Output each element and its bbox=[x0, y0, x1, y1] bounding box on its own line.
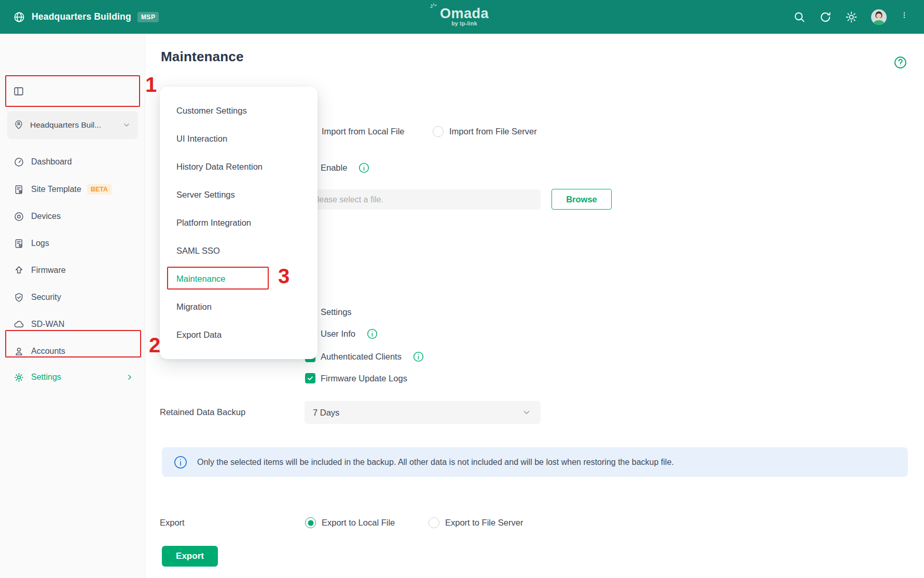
app-window: Headquarters Building MSP Omada by tp-li… bbox=[0, 0, 924, 578]
sidebar-item-settings[interactable]: Settings bbox=[0, 364, 145, 391]
search-icon[interactable] bbox=[793, 11, 806, 23]
annotation-digit-2: 2 bbox=[149, 335, 160, 355]
shield-check-icon bbox=[13, 292, 24, 303]
omada-logo: Omada by tp-link bbox=[436, 6, 493, 26]
sidebar-item-sdwan[interactable]: SD-WAN bbox=[0, 311, 145, 338]
msp-badge: MSP bbox=[137, 12, 159, 22]
annotation-digit-3: 3 bbox=[278, 266, 289, 286]
menu-item-customer-settings[interactable]: Customer Settings bbox=[160, 97, 318, 125]
export-label: Export bbox=[160, 518, 185, 528]
import-local-option[interactable]: Import from Local File bbox=[305, 126, 405, 137]
header-site-title: Headquarters Building bbox=[32, 11, 131, 22]
sidebar: Headquarters Buil... Dashboard bbox=[0, 34, 145, 578]
enable-label: Enable bbox=[321, 163, 347, 173]
menu-item-migration[interactable]: Migration bbox=[160, 293, 318, 321]
refresh-icon[interactable] bbox=[819, 11, 832, 23]
menu-item-maintenance[interactable]: Maintenance bbox=[160, 265, 318, 293]
import-server-label: Import from File Server bbox=[449, 127, 537, 136]
chevron-down-icon bbox=[522, 408, 531, 417]
retained-backup-select[interactable]: 7 Days bbox=[305, 401, 541, 424]
sidebar-item-site-template[interactable]: Site Template BETA bbox=[0, 176, 145, 203]
firmware-upload-icon bbox=[13, 265, 24, 276]
retained-backup-value: 7 Days bbox=[313, 408, 339, 418]
globe-icon bbox=[13, 11, 25, 23]
top-header-bar: Headquarters Building MSP Omada by tp-li… bbox=[0, 0, 924, 34]
user-info-info-icon[interactable] bbox=[367, 328, 378, 339]
backup-item-auth-clients: Authenticated Clients bbox=[305, 351, 424, 362]
export-server-radio[interactable] bbox=[429, 517, 439, 528]
beta-badge: BETA bbox=[87, 184, 112, 195]
export-local-option[interactable]: Export to Local File bbox=[305, 517, 395, 528]
info-banner: Only the selected items will be included… bbox=[162, 447, 908, 477]
kebab-menu-icon[interactable] bbox=[900, 11, 908, 23]
banner-info-icon bbox=[174, 456, 187, 469]
sidebar-item-logs[interactable]: Logs bbox=[0, 230, 145, 257]
gear-icon bbox=[13, 372, 24, 383]
theme-brightness-icon[interactable] bbox=[845, 11, 858, 23]
file-input-placeholder: Please select a file. bbox=[312, 195, 383, 204]
cloud-icon bbox=[13, 319, 24, 330]
import-local-label: Import from Local File bbox=[322, 127, 405, 136]
sidebar-item-accounts[interactable]: Accounts bbox=[0, 338, 145, 365]
retained-backup-label: Retained Data Backup bbox=[160, 407, 245, 417]
page-title: Maintenance bbox=[161, 49, 244, 65]
file-select-input[interactable]: Please select a file. bbox=[305, 189, 541, 210]
export-server-option[interactable]: Export to File Server bbox=[429, 517, 523, 528]
import-server-option[interactable]: Import from File Server bbox=[433, 126, 537, 137]
sidebar-item-dashboard[interactable]: Dashboard bbox=[0, 148, 145, 175]
export-button[interactable]: Export bbox=[162, 546, 218, 567]
sidebar-item-devices[interactable]: Devices bbox=[0, 203, 145, 230]
logs-icon bbox=[13, 238, 24, 249]
menu-item-export-data[interactable]: Export Data bbox=[160, 321, 318, 349]
sidebar-item-security[interactable]: Security bbox=[0, 284, 145, 311]
site-selector-label: Headquarters Buil... bbox=[30, 120, 101, 130]
annotation-digit-1: 1 bbox=[145, 74, 157, 95]
backup-item-fw-logs: Firmware Update Logs bbox=[305, 373, 407, 383]
dashboard-gauge-icon bbox=[13, 157, 24, 168]
user-avatar[interactable] bbox=[871, 9, 887, 25]
location-pin-icon bbox=[13, 119, 24, 131]
help-icon[interactable] bbox=[893, 56, 907, 70]
menu-item-history-data-retention[interactable]: History Data Retention bbox=[160, 153, 318, 181]
chevron-right-icon bbox=[126, 373, 134, 381]
export-local-radio[interactable] bbox=[305, 517, 316, 528]
devices-icon bbox=[13, 211, 24, 222]
menu-item-ui-interaction[interactable]: UI Interaction bbox=[160, 125, 318, 153]
export-local-label: Export to Local File bbox=[322, 518, 395, 528]
banner-text: Only the selected items will be included… bbox=[197, 458, 674, 467]
menu-item-saml-sso[interactable]: SAML SSO bbox=[160, 237, 318, 265]
site-template-icon bbox=[13, 184, 24, 195]
logo-text: Omada bbox=[440, 6, 489, 21]
menu-item-server-settings[interactable]: Server Settings bbox=[160, 181, 318, 209]
export-server-label: Export to File Server bbox=[445, 518, 523, 528]
import-server-radio[interactable] bbox=[433, 126, 444, 137]
enable-info-icon[interactable] bbox=[358, 162, 369, 173]
menu-item-platform-integration[interactable]: Platform Integration bbox=[160, 209, 318, 237]
auth-clients-info-icon[interactable] bbox=[413, 351, 424, 362]
sidebar-collapse-icon[interactable] bbox=[13, 86, 24, 97]
person-icon bbox=[13, 346, 24, 357]
site-selector[interactable]: Headquarters Buil... bbox=[7, 111, 138, 139]
chevron-down-icon bbox=[122, 121, 131, 129]
settings-submenu: Customer Settings UI Interaction History… bbox=[160, 87, 318, 359]
fw-logs-checkbox[interactable] bbox=[305, 373, 315, 383]
sidebar-item-firmware[interactable]: Firmware bbox=[0, 257, 145, 284]
browse-button[interactable]: Browse bbox=[551, 189, 612, 210]
